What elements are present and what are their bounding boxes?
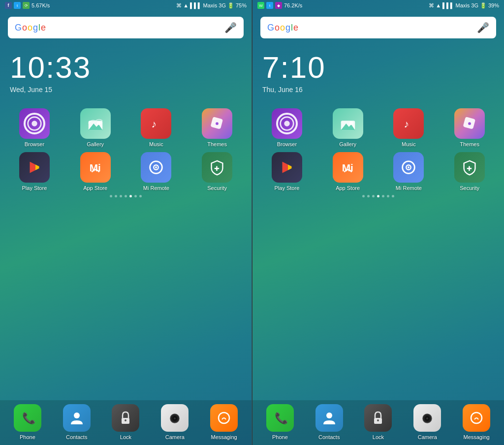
- svg-point-25: [281, 117, 294, 130]
- left-dot-6[interactable]: [139, 195, 142, 197]
- right-app-security[interactable]: ✚ Security: [440, 152, 499, 191]
- right-search-bar[interactable]: G o o g l e 🎤: [260, 17, 496, 38]
- right-app-themes[interactable]: Themes: [440, 108, 499, 147]
- left-music-icon: ♪: [141, 108, 171, 139]
- right-themes-label: Themes: [460, 141, 479, 147]
- svg-point-23: [174, 417, 176, 419]
- left-dock-lock[interactable]: Lock: [112, 404, 139, 440]
- sync-icon: ⟳: [23, 2, 30, 9]
- svg-point-0: [28, 117, 41, 130]
- left-google-logo: G o o g l e: [15, 23, 46, 33]
- svg-point-29: [349, 121, 353, 125]
- right-battery-pct: 39%: [488, 2, 499, 8]
- svg-text:♪: ♪: [404, 118, 409, 130]
- left-app-miremote[interactable]: Mi Remote: [127, 152, 186, 191]
- right-app-music[interactable]: ♪ Music: [379, 108, 439, 147]
- left-lock-icon: [112, 404, 139, 432]
- left-time-display: 10:33: [10, 50, 91, 84]
- left-dock-contacts[interactable]: Contacts: [63, 404, 91, 440]
- right-search-container[interactable]: G o o g l e 🎤: [252, 11, 504, 42]
- left-search-container[interactable]: G o o g l e 🎤: [0, 11, 252, 42]
- right-dock-phone[interactable]: 📞 Phone: [266, 404, 294, 440]
- right-status-left: W t ◆ 76.2K/s: [257, 2, 302, 9]
- right-carrier: Maxis 3G: [456, 2, 478, 8]
- left-mic-icon[interactable]: 🎤: [224, 22, 237, 33]
- right-dot-2[interactable]: [372, 195, 375, 197]
- right-app-browser[interactable]: Browser: [257, 108, 316, 147]
- left-app-grid-row2: Play Store Mi App Store Mi Remote: [0, 147, 252, 191]
- left-messaging-icon: [210, 404, 238, 432]
- left-clock-area: 10:33 Wed, June 15: [0, 42, 252, 98]
- left-dock-camera[interactable]: Camera: [161, 404, 189, 440]
- left-contacts-label: Contacts: [66, 434, 87, 440]
- right-contacts-icon: [315, 404, 343, 432]
- svg-marker-8: [30, 162, 35, 173]
- right-playstore-icon: [272, 152, 302, 183]
- left-playstore-label: Play Store: [22, 185, 47, 191]
- svg-point-48: [426, 417, 428, 419]
- right-security-label: Security: [460, 185, 479, 191]
- right-dot-1[interactable]: [367, 195, 370, 197]
- right-app-grid-row2: Play Store Mi App Store Mi Remote: [252, 147, 504, 191]
- right-dot-4[interactable]: [382, 195, 384, 197]
- left-dot-3[interactable]: [125, 195, 127, 197]
- svg-marker-34: [288, 164, 292, 170]
- left-music-label: Music: [149, 141, 163, 147]
- left-phone-icon: 📞: [14, 404, 41, 432]
- left-app-browser[interactable]: Browser: [5, 108, 64, 147]
- left-security-label: Security: [207, 185, 227, 191]
- right-mic-icon[interactable]: 🎤: [477, 22, 489, 33]
- right-lock-label: Lock: [373, 434, 384, 440]
- left-dock-messaging[interactable]: Messaging: [210, 404, 238, 440]
- svg-marker-33: [282, 162, 287, 173]
- right-phone-label: Phone: [272, 434, 288, 440]
- right-dock-contacts[interactable]: Contacts: [315, 404, 343, 440]
- right-dot-3-active[interactable]: [377, 195, 379, 197]
- left-search-bar[interactable]: G o o g l e 🎤: [8, 17, 244, 38]
- left-app-music[interactable]: ♪ Music: [127, 108, 186, 147]
- left-clock-date: Wed, June 15: [10, 86, 242, 94]
- left-wifi-icon: ▲: [183, 2, 189, 8]
- left-dot-5[interactable]: [134, 195, 137, 197]
- right-app-playstore[interactable]: Play Store: [257, 152, 316, 191]
- left-status-right: ⌘ ▲ ▌▌▌ Maxis 3G 🔋 75%: [176, 2, 247, 9]
- left-dock-phone[interactable]: 📞 Phone: [14, 404, 41, 440]
- left-dot-0[interactable]: [110, 195, 112, 197]
- svg-point-26: [284, 121, 289, 126]
- left-contacts-icon: [63, 404, 91, 432]
- right-dot-6[interactable]: [392, 195, 394, 197]
- right-dock-camera[interactable]: Camera: [413, 404, 441, 440]
- left-appstore-label: App Store: [83, 185, 107, 191]
- left-dot-1[interactable]: [115, 195, 117, 197]
- left-app-themes[interactable]: Themes: [188, 108, 247, 147]
- right-time-display: 7:10: [262, 50, 326, 84]
- right-appstore-icon: Mi: [333, 152, 363, 183]
- right-app-gallery[interactable]: Gallery: [318, 108, 378, 147]
- svg-text:📞: 📞: [22, 412, 35, 425]
- right-playstore-label: Play Store: [275, 185, 300, 191]
- left-dot-2[interactable]: [120, 195, 122, 197]
- left-app-appstore[interactable]: Mi App Store: [66, 152, 125, 191]
- right-battery: 🔋: [480, 2, 487, 9]
- right-app-miremote[interactable]: Mi Remote: [379, 152, 439, 191]
- left-app-security[interactable]: ✚ Security: [188, 152, 247, 191]
- right-security-icon: ✚: [454, 152, 485, 183]
- right-dot-0[interactable]: [362, 195, 365, 197]
- svg-point-43: [326, 413, 332, 418]
- left-app-playstore[interactable]: Play Store: [5, 152, 64, 191]
- right-app-appstore[interactable]: Mi App Store: [318, 152, 378, 191]
- svg-point-1: [32, 121, 37, 126]
- left-phone-screen: f t ⟳ 5.67K/s ⌘ ▲ ▌▌▌ Maxis 3G 🔋 75% G o…: [0, 0, 252, 445]
- left-app-gallery[interactable]: Gallery: [66, 108, 125, 147]
- right-messaging-label: Messaging: [463, 434, 489, 440]
- right-dock-messaging[interactable]: Messaging: [463, 404, 490, 440]
- left-dot-4-active[interactable]: [129, 195, 132, 197]
- left-playstore-icon: [19, 152, 50, 183]
- left-clock-time: 10:33: [10, 52, 242, 83]
- right-dot-5[interactable]: [387, 195, 389, 197]
- right-browser-label: Browser: [277, 141, 297, 147]
- right-camera-icon: [413, 404, 441, 432]
- right-sync-icon: ◆: [275, 2, 282, 9]
- right-status-bar: W t ◆ 76.2K/s ⌘ ▲ ▌▌▌ Maxis 3G 🔋 39%: [252, 0, 504, 11]
- right-dock-lock[interactable]: Lock: [364, 404, 392, 440]
